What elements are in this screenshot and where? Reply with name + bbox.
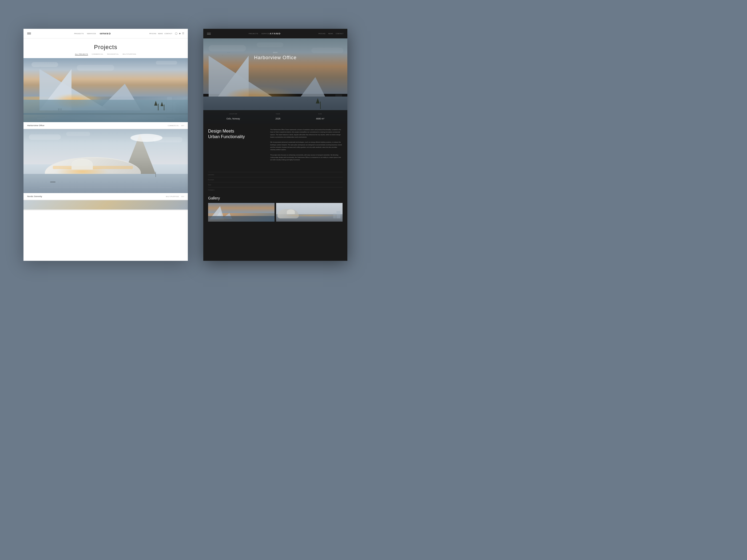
gallery-thumb-1[interactable]: [208, 203, 275, 221]
project-name-2: Nordic Serenity: [27, 195, 42, 197]
page-title: Projects: [24, 38, 188, 53]
meta-key-category: Category: [208, 189, 224, 191]
hero-stat-location: LOCATION Oslo, Norway: [226, 113, 240, 121]
project-card-2[interactable]: Nordic Serenity MULTIPURPOSE 2024: [24, 129, 188, 200]
meta-key-size: Size: [208, 184, 224, 186]
nav-link-pricing[interactable]: PRICING: [149, 33, 156, 34]
filter-tabs: ALL PROJECTS COMMERCIAL RESIDENTIAL MULT…: [24, 53, 188, 58]
birds-decoration-1: · · · · ·: [45, 62, 55, 64]
project-info-1: Harborview Office COMMERCIAL 2024: [24, 122, 188, 129]
gallery-thumbs: [208, 203, 342, 221]
right-description-1: The Harborview Office Tower represents a…: [270, 129, 342, 138]
right-description-3: The project also focuses on enhancing co…: [270, 154, 342, 161]
right-description-col: The Harborview Office Tower represents a…: [268, 124, 347, 168]
right-nav-projects[interactable]: PROJECTS: [249, 33, 258, 34]
project-category-1: COMMERCIAL: [168, 125, 179, 126]
gallery-title: Gallery: [208, 196, 342, 200]
meta-item-location: Location: [208, 172, 342, 177]
right-heading-col: Design Meets Urban Functionality: [203, 124, 268, 168]
hero-stat-year-label: YEAR: [275, 113, 280, 115]
filter-residential[interactable]: RESIDENTIAL: [107, 53, 119, 55]
project-info-2: Nordic Serenity MULTIPURPOSE 2024: [24, 193, 188, 200]
project-card-3-partial: [24, 200, 188, 211]
hero-stat-year-value: 2025: [275, 117, 280, 120]
right-content-area: Design Meets Urban Functionality The Har…: [203, 124, 347, 168]
project-category-2: MULTIPURPOSE: [166, 196, 179, 197]
left-nav-right: PRICING NEWS CONTACT ◯ ◈ ☷: [149, 32, 184, 35]
project-name-1: Harborview Office: [27, 124, 45, 127]
hero-label: 2024 Harborview Office: [203, 52, 347, 60]
nav-link-projects[interactable]: PROJECTS: [74, 33, 84, 34]
nav-link-contact[interactable]: CONTACT: [164, 33, 172, 34]
meta-item-size: Size: [208, 182, 342, 187]
right-nav-contact[interactable]: CONTACT: [336, 33, 344, 34]
project-year-2: 2024: [181, 196, 184, 197]
project-image-1: · · · · · .. .: [24, 58, 188, 122]
hero-project-title: Harborview Office: [254, 55, 297, 60]
left-hamburger-button[interactable]: [27, 32, 31, 34]
right-description-2: We incorporated advanced sustainable tec…: [270, 141, 342, 151]
project-image-2: [24, 129, 188, 193]
right-main-heading: Design Meets Urban Functionality: [208, 129, 264, 140]
right-panel-detail: PROJECTS SERVICES STUDIO AYANO PRICING N…: [203, 29, 347, 261]
right-nav-news[interactable]: NEWS: [328, 33, 333, 34]
left-panel-projects: PROJECTS SERVICES STUDIO AYANO PRICING N…: [24, 29, 188, 261]
right-navbar: PROJECTS SERVICES STUDIO AYANO PRICING N…: [203, 29, 347, 38]
search-icon[interactable]: ◈: [179, 32, 181, 35]
filter-multipurpose[interactable]: MULTIPURPOSE: [123, 53, 136, 55]
meta-item-duration: Duration: [208, 177, 342, 182]
project-meta-2: MULTIPURPOSE 2024: [166, 196, 184, 197]
gallery-thumb-2[interactable]: [276, 203, 342, 221]
nav-link-services[interactable]: SERVICES: [87, 33, 96, 34]
right-meta-list: Location Duration Size Category: [203, 172, 347, 192]
grid-icon[interactable]: ☷: [182, 32, 184, 35]
nav-link-news[interactable]: NEWS: [158, 33, 163, 34]
gallery-section: Gallery: [203, 192, 347, 221]
instagram-icon[interactable]: ◯: [175, 32, 177, 35]
hero-stats-bar: LOCATION Oslo, Norway YEAR 2025 SIZE 468…: [203, 110, 347, 124]
hero-stat-location-value: Oslo, Norway: [226, 117, 240, 120]
filter-commercial[interactable]: COMMERCIAL: [92, 53, 104, 55]
hero-stat-year: YEAR 2025: [275, 113, 280, 121]
right-nav-right: PRICING NEWS CONTACT: [318, 33, 344, 34]
meta-item-category: Category: [208, 187, 342, 192]
left-navbar: PROJECTS SERVICES STUDIO AYANO PRICING N…: [24, 29, 188, 38]
hero-stat-size: SIZE 4680 m²: [316, 113, 324, 121]
right-hero: · · · · .. .: [203, 38, 347, 124]
project-card-1[interactable]: · · · · · .. .: [24, 58, 188, 129]
hero-category-tag: 2024: [203, 52, 347, 53]
right-nav-services[interactable]: SERVICES: [261, 33, 271, 34]
project-year-1: 2024: [181, 125, 184, 126]
meta-key-duration: Duration: [208, 179, 224, 181]
hero-stat-size-label: SIZE: [316, 113, 324, 115]
hero-stat-location-label: LOCATION: [226, 113, 240, 115]
filter-all[interactable]: ALL PROJECTS: [75, 53, 88, 55]
hero-stat-size-value: 4680 m²: [316, 117, 324, 120]
right-nav-pricing[interactable]: PRICING: [318, 33, 326, 34]
left-brand-logo: AYANO: [100, 32, 111, 35]
meta-key-location: Location: [208, 174, 224, 176]
right-hamburger-button[interactable]: [207, 33, 211, 35]
right-brand-logo: AYANO: [270, 32, 281, 35]
project-meta-1: COMMERCIAL 2024: [168, 125, 184, 126]
